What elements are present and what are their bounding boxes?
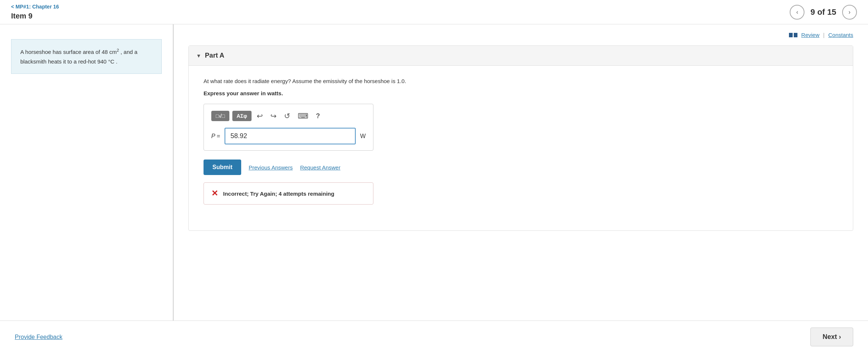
answer-unit: W xyxy=(360,133,366,140)
redo-button[interactable]: ↪ xyxy=(268,110,279,122)
answer-label: P = xyxy=(211,133,220,140)
main-layout: A horseshoe has surface area of 48 cm2 ,… xyxy=(0,24,868,348)
part-a-header[interactable]: ▼ Part A xyxy=(189,46,853,66)
problem-box: A horseshoe has surface area of 48 cm2 ,… xyxy=(11,39,162,74)
top-bar-left: < MP#1: Chapter 16 Item 9 xyxy=(11,4,59,20)
bottom-bar: Provide Feedback Next › xyxy=(0,321,868,353)
submit-button[interactable]: Submit xyxy=(204,160,241,175)
keyboard-button[interactable]: ⌨ xyxy=(295,110,311,122)
feedback-box: ✕ Incorrect; Try Again; 4 attempts remai… xyxy=(204,182,373,205)
item-title: Item 9 xyxy=(11,12,59,20)
collapse-triangle-icon: ▼ xyxy=(196,53,201,59)
right-panel: Review | Constants ▼ Part A At what rate… xyxy=(174,24,868,348)
review-link[interactable]: Review xyxy=(801,32,819,38)
toolbar: □√□ ΑΣφ ↩ ↪ ↺ ⌨ ? xyxy=(211,110,366,122)
part-a-body: At what rate does it radiate energy? Ass… xyxy=(189,66,853,230)
provide-feedback-button[interactable]: Provide Feedback xyxy=(15,334,62,340)
buttons-row: Submit Previous Answers Request Answer xyxy=(204,160,838,175)
input-container: □√□ ΑΣφ ↩ ↪ ↺ ⌨ ? P = W xyxy=(204,104,373,151)
help-button[interactable]: ? xyxy=(314,111,322,121)
request-answer-button[interactable]: Request Answer xyxy=(300,164,340,171)
answer-row: P = W xyxy=(211,128,366,144)
previous-answers-button[interactable]: Previous Answers xyxy=(249,164,293,171)
left-panel: A horseshoe has surface area of 48 cm2 ,… xyxy=(0,24,174,348)
top-bar-right: ‹ 9 of 15 › xyxy=(790,5,857,20)
problem-text: A horseshoe has surface area of 48 cm2 ,… xyxy=(20,49,137,65)
feedback-text: Incorrect; Try Again; 4 attempts remaini… xyxy=(223,191,334,197)
part-a-section: ▼ Part A At what rate does it radiate en… xyxy=(188,45,853,231)
review-icon xyxy=(789,33,797,37)
next-button[interactable]: Next › xyxy=(810,328,853,346)
separator: | xyxy=(823,32,825,38)
top-bar: < MP#1: Chapter 16 Item 9 ‹ 9 of 15 › xyxy=(0,0,868,24)
page-counter: 9 of 15 xyxy=(810,7,836,17)
refresh-button[interactable]: ↺ xyxy=(282,110,293,122)
top-links: Review | Constants xyxy=(188,32,853,38)
part-a-title: Part A xyxy=(205,52,224,59)
symbols-button[interactable]: ΑΣφ xyxy=(232,111,252,121)
question-text: At what rate does it radiate energy? Ass… xyxy=(204,77,838,86)
answer-instruction: Express your answer in watts. xyxy=(204,90,838,96)
undo-button[interactable]: ↩ xyxy=(254,110,265,122)
next-nav-button[interactable]: › xyxy=(842,5,857,20)
prev-nav-button[interactable]: ‹ xyxy=(790,5,804,20)
constants-link[interactable]: Constants xyxy=(828,32,853,38)
incorrect-icon: ✕ xyxy=(211,189,218,198)
breadcrumb[interactable]: < MP#1: Chapter 16 xyxy=(11,4,59,10)
math-button[interactable]: □√□ xyxy=(211,111,229,121)
answer-input[interactable] xyxy=(225,128,356,144)
